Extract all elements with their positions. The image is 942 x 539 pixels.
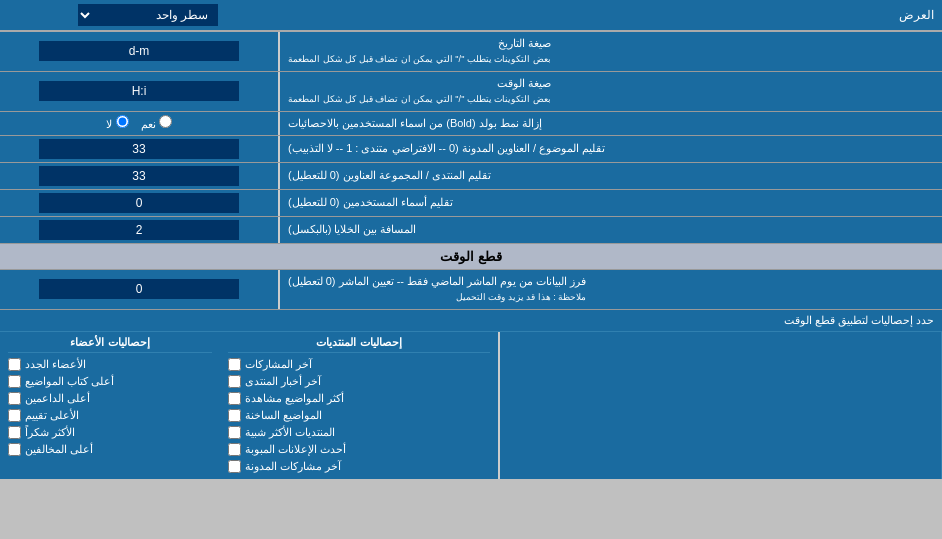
cutoff-title: قطع الوقت [440,249,502,264]
checkbox-hot-topics[interactable] [228,409,241,422]
stats-item: آخر المشاركات [228,356,490,373]
checkbox-top-supporters[interactable] [8,392,21,405]
checkbox-last-posts[interactable] [228,358,241,371]
stats-item: أعلى كتاب المواضيع [8,373,212,390]
users-trim-input[interactable] [39,193,239,213]
cutoff-row: فرز البيانات من يوم الماشر الماضي فقط --… [0,270,942,310]
forum-trim-control [0,163,280,189]
stats-item: آخر أخبار المنتدى [228,373,490,390]
topics-trim-row: تقليم الموضوع / العناوين المدونة (0 -- ا… [0,136,942,163]
cutoff-label: فرز البيانات من يوم الماشر الماضي فقط --… [280,270,942,309]
cutoff-input[interactable] [39,279,239,299]
stats-col2-header: إحصاليات الأعضاء [8,336,212,353]
users-trim-row: تقليم أسماء المستخدمين (0 للتعطيل) [0,190,942,217]
forum-trim-input[interactable] [39,166,239,186]
stats-header-text: حدد إحصاليات لتطبيق قطع الوقت [784,314,934,326]
stats-item: المنتديات الأكثر شبية [228,424,490,441]
users-trim-label-text: تقليم أسماء المستخدمين (0 للتعطيل) [288,195,453,210]
bold-remove-label-text: إزالة نمط بولد (Bold) من اسماء المستخدمي… [288,116,542,131]
stats-item: آخر مشاركات المدونة [228,458,490,475]
cell-spacing-row: المسافة بين الخلايا (بالبكسل) [0,217,942,244]
forum-trim-row: تقليم المنتدى / المجموعة العناوين (0 للت… [0,163,942,190]
date-format-control [0,32,280,71]
users-trim-label: تقليم أسماء المستخدمين (0 للتعطيل) [280,190,942,216]
stats-section: حدد إحصاليات لتطبيق قطع الوقت إحصاليات ا… [0,310,942,479]
checkbox-top-rated[interactable] [8,409,21,422]
bold-remove-control: نعم لا [0,112,280,135]
stats-item: أحدث الإعلانات المبوبة [228,441,490,458]
stats-left-spacer [500,332,942,479]
header-row: العرض سطر واحد سطران ثلاثة أسطر [0,0,942,32]
cutoff-control [0,270,280,309]
date-format-row: صيغة التاريخ بعض التكوينات يتطلب "/" الت… [0,32,942,72]
forum-trim-label-text: تقليم المنتدى / المجموعة العناوين (0 للت… [288,168,491,183]
cell-spacing-control [0,217,280,243]
checkbox-blog-posts[interactable] [228,460,241,473]
main-container: العرض سطر واحد سطران ثلاثة أسطر صيغة الت… [0,0,942,479]
stats-col1: إحصاليات المنتديات آخر المشاركات آخر أخب… [220,332,500,479]
topics-trim-input[interactable] [39,139,239,159]
bold-remove-label: إزالة نمط بولد (Bold) من اسماء المستخدمي… [280,112,942,135]
checkbox-popular-forums[interactable] [228,426,241,439]
bold-radio-no-label[interactable]: لا [106,115,128,131]
checkbox-top-writers[interactable] [8,375,21,388]
header-label: العرض [288,8,934,22]
bold-remove-row: إزالة نمط بولد (Bold) من اسماء المستخدمي… [0,112,942,136]
cell-spacing-input[interactable] [39,220,239,240]
cell-spacing-label-text: المسافة بين الخلايا (بالبكسل) [288,222,417,237]
stats-col1-items: آخر المشاركات آخر أخبار المنتدى أكثر الم… [228,356,490,475]
stats-header-container: حدد إحصاليات لتطبيق قطع الوقت [0,310,942,332]
time-format-label: صيغة الوقت بعض التكوينات يتطلب "/" التي … [280,72,942,111]
checkbox-latest-ads[interactable] [228,443,241,456]
stats-header-label: حدد إحصاليات لتطبيق قطع الوقت [8,314,934,327]
cutoff-section-header: قطع الوقت [0,244,942,270]
stats-item: أعلى الداعمين [8,390,212,407]
stats-item: الأعضاء الجدد [8,356,212,373]
bold-radio-group: نعم لا [106,115,171,131]
checkbox-most-thanked[interactable] [8,426,21,439]
topics-trim-label-text: تقليم الموضوع / العناوين المدونة (0 -- ا… [288,141,605,156]
stats-item: الأكثر شكراً [8,424,212,441]
stats-col1-header: إحصاليات المنتديات [228,336,490,353]
forum-trim-label: تقليم المنتدى / المجموعة العناوين (0 للت… [280,163,942,189]
stats-col2: إحصاليات الأعضاء الأعضاء الجدد أعلى كتاب… [0,332,220,479]
bold-radio-no[interactable] [116,115,129,128]
header-title: العرض [899,8,934,22]
stats-item: أعلى المخالفين [8,441,212,458]
time-format-row: صيغة الوقت بعض التكوينات يتطلب "/" التي … [0,72,942,112]
stats-item: الأعلى تقييم [8,407,212,424]
time-format-label-text: صيغة الوقت بعض التكوينات يتطلب "/" التي … [288,76,551,107]
cell-spacing-label: المسافة بين الخلايا (بالبكسل) [280,217,942,243]
cutoff-label-text: فرز البيانات من يوم الماشر الماضي فقط --… [288,274,586,305]
users-trim-control [0,190,280,216]
bold-radio-yes-label[interactable]: نعم [141,115,172,131]
checkbox-forum-news[interactable] [228,375,241,388]
date-format-label-text: صيغة التاريخ بعض التكوينات يتطلب "/" الت… [288,36,551,67]
stats-item: أكثر المواضيع مشاهدة [228,390,490,407]
display-select[interactable]: سطر واحد سطران ثلاثة أسطر [78,4,218,26]
checkbox-most-viewed[interactable] [228,392,241,405]
stats-columns: إحصاليات المنتديات آخر المشاركات آخر أخب… [0,332,942,479]
date-format-input[interactable] [39,41,239,61]
time-format-control [0,72,280,111]
date-format-label: صيغة التاريخ بعض التكوينات يتطلب "/" الت… [280,32,942,71]
stats-item: المواضيع الساخنة [228,407,490,424]
topics-trim-control [0,136,280,162]
checkbox-top-violators[interactable] [8,443,21,456]
topics-trim-label: تقليم الموضوع / العناوين المدونة (0 -- ا… [280,136,942,162]
time-format-input[interactable] [39,81,239,101]
header-control: سطر واحد سطران ثلاثة أسطر [8,4,288,26]
checkbox-new-members[interactable] [8,358,21,371]
stats-col2-items: الأعضاء الجدد أعلى كتاب المواضيع أعلى ال… [8,356,212,458]
bold-radio-yes[interactable] [159,115,172,128]
